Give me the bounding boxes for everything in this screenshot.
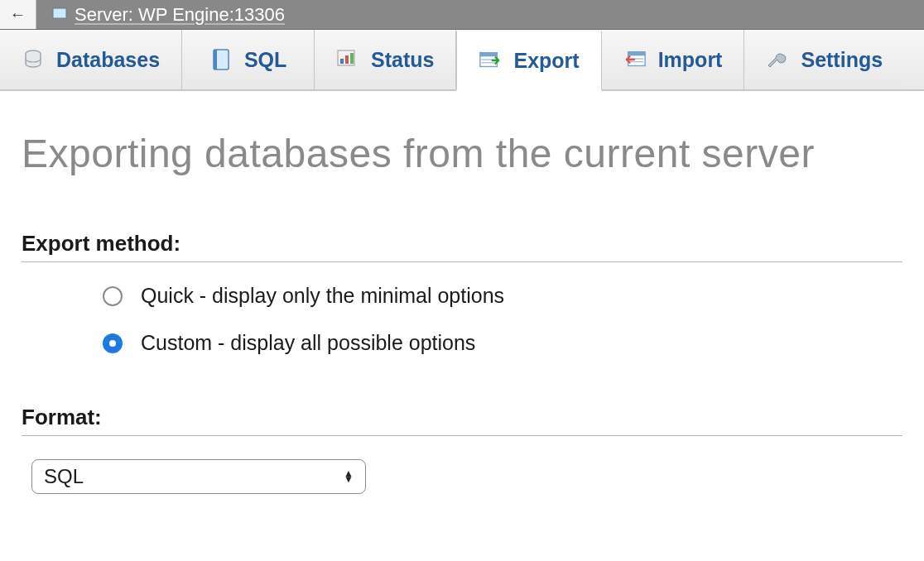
tab-databases[interactable]: Databases [0, 30, 182, 89]
breadcrumb[interactable]: Server: WP Engine:13306 [36, 4, 285, 26]
radio-icon [103, 286, 123, 306]
svg-rect-8 [345, 55, 349, 64]
svg-rect-11 [480, 53, 498, 57]
tab-export[interactable]: Export [456, 31, 601, 91]
svg-rect-1 [58, 18, 61, 21]
format-heading: Format: [22, 405, 902, 436]
svg-rect-0 [53, 8, 66, 18]
server-icon [51, 7, 70, 23]
database-icon [22, 48, 45, 71]
breadcrumb-bar: ← Server: WP Engine:13306 [0, 0, 924, 30]
main-content: Exporting databases from the current ser… [0, 91, 924, 511]
tab-label: Settings [801, 48, 883, 72]
radio-label: Custom - display all possible options [141, 331, 475, 355]
back-button[interactable]: ← [0, 0, 36, 29]
tab-label: SQL [244, 48, 286, 72]
page-title: Exporting databases from the current ser… [22, 131, 902, 176]
sql-icon [209, 48, 233, 71]
tab-import[interactable]: Import [602, 30, 745, 89]
export-method-heading: Export method: [22, 231, 902, 262]
tab-label: Status [371, 48, 434, 72]
status-icon [336, 48, 359, 71]
tab-label: Databases [56, 48, 160, 72]
wrench-icon [766, 48, 789, 71]
tab-label: Import [658, 48, 723, 72]
svg-rect-15 [628, 52, 645, 56]
radio-label: Quick - display only the minimal options [141, 284, 504, 308]
export-method-quick[interactable]: Quick - display only the minimal options [103, 284, 902, 308]
svg-rect-2 [55, 21, 64, 22]
svg-rect-9 [350, 53, 354, 64]
chevron-updown-icon: ▲▼ [344, 471, 354, 482]
tab-strip: Databases SQL Status [0, 30, 924, 91]
svg-rect-5 [214, 50, 217, 70]
back-arrow-icon: ← [10, 5, 26, 24]
tab-status[interactable]: Status [315, 30, 456, 89]
svg-rect-7 [340, 59, 344, 64]
format-select[interactable]: SQL ▲▼ [31, 459, 366, 494]
export-method-custom[interactable]: Custom - display all possible options [103, 331, 902, 355]
tab-settings[interactable]: Settings [744, 30, 904, 89]
export-method-group: Quick - display only the minimal options… [22, 284, 902, 355]
tab-label: Export [513, 49, 579, 73]
tab-sql[interactable]: SQL [182, 30, 315, 89]
radio-icon [103, 333, 123, 353]
format-selected-value: SQL [44, 465, 84, 488]
breadcrumb-server-label: Server: WP Engine:13306 [75, 4, 285, 26]
import-icon [623, 48, 647, 71]
export-icon [479, 49, 502, 72]
